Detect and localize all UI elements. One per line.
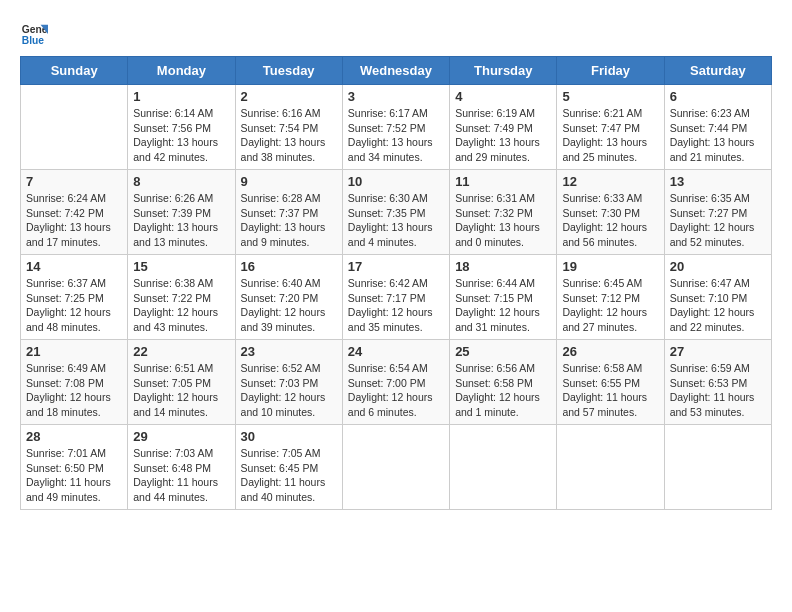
day-number: 30: [241, 429, 337, 444]
calendar-cell: 22Sunrise: 6:51 AMSunset: 7:05 PMDayligh…: [128, 340, 235, 425]
day-number: 21: [26, 344, 122, 359]
calendar-cell: 5Sunrise: 6:21 AMSunset: 7:47 PMDaylight…: [557, 85, 664, 170]
calendar-cell: [21, 85, 128, 170]
day-info: Sunrise: 6:38 AMSunset: 7:22 PMDaylight:…: [133, 276, 229, 335]
calendar-cell: 16Sunrise: 6:40 AMSunset: 7:20 PMDayligh…: [235, 255, 342, 340]
day-info: Sunrise: 6:56 AMSunset: 6:58 PMDaylight:…: [455, 361, 551, 420]
header-row: SundayMondayTuesdayWednesdayThursdayFrid…: [21, 57, 772, 85]
calendar-cell: 18Sunrise: 6:44 AMSunset: 7:15 PMDayligh…: [450, 255, 557, 340]
day-number: 17: [348, 259, 444, 274]
day-number: 28: [26, 429, 122, 444]
week-row-1: 1Sunrise: 6:14 AMSunset: 7:56 PMDaylight…: [21, 85, 772, 170]
calendar-cell: 10Sunrise: 6:30 AMSunset: 7:35 PMDayligh…: [342, 170, 449, 255]
day-info: Sunrise: 7:05 AMSunset: 6:45 PMDaylight:…: [241, 446, 337, 505]
day-info: Sunrise: 6:16 AMSunset: 7:54 PMDaylight:…: [241, 106, 337, 165]
week-row-2: 7Sunrise: 6:24 AMSunset: 7:42 PMDaylight…: [21, 170, 772, 255]
calendar-cell: 13Sunrise: 6:35 AMSunset: 7:27 PMDayligh…: [664, 170, 771, 255]
calendar-cell: 26Sunrise: 6:58 AMSunset: 6:55 PMDayligh…: [557, 340, 664, 425]
calendar-cell: 21Sunrise: 6:49 AMSunset: 7:08 PMDayligh…: [21, 340, 128, 425]
header-saturday: Saturday: [664, 57, 771, 85]
calendar-cell: 19Sunrise: 6:45 AMSunset: 7:12 PMDayligh…: [557, 255, 664, 340]
week-row-4: 21Sunrise: 6:49 AMSunset: 7:08 PMDayligh…: [21, 340, 772, 425]
day-info: Sunrise: 6:59 AMSunset: 6:53 PMDaylight:…: [670, 361, 766, 420]
day-info: Sunrise: 6:19 AMSunset: 7:49 PMDaylight:…: [455, 106, 551, 165]
day-info: Sunrise: 6:47 AMSunset: 7:10 PMDaylight:…: [670, 276, 766, 335]
calendar-cell: [450, 425, 557, 510]
day-number: 6: [670, 89, 766, 104]
day-info: Sunrise: 7:01 AMSunset: 6:50 PMDaylight:…: [26, 446, 122, 505]
calendar-cell: 15Sunrise: 6:38 AMSunset: 7:22 PMDayligh…: [128, 255, 235, 340]
day-info: Sunrise: 6:33 AMSunset: 7:30 PMDaylight:…: [562, 191, 658, 250]
day-number: 19: [562, 259, 658, 274]
day-number: 29: [133, 429, 229, 444]
day-info: Sunrise: 6:45 AMSunset: 7:12 PMDaylight:…: [562, 276, 658, 335]
day-number: 20: [670, 259, 766, 274]
day-info: Sunrise: 6:21 AMSunset: 7:47 PMDaylight:…: [562, 106, 658, 165]
calendar-header: SundayMondayTuesdayWednesdayThursdayFrid…: [21, 57, 772, 85]
calendar-cell: 28Sunrise: 7:01 AMSunset: 6:50 PMDayligh…: [21, 425, 128, 510]
day-info: Sunrise: 6:35 AMSunset: 7:27 PMDaylight:…: [670, 191, 766, 250]
day-number: 8: [133, 174, 229, 189]
day-number: 24: [348, 344, 444, 359]
header-monday: Monday: [128, 57, 235, 85]
day-info: Sunrise: 6:54 AMSunset: 7:00 PMDaylight:…: [348, 361, 444, 420]
day-info: Sunrise: 6:26 AMSunset: 7:39 PMDaylight:…: [133, 191, 229, 250]
day-info: Sunrise: 6:58 AMSunset: 6:55 PMDaylight:…: [562, 361, 658, 420]
calendar-cell: 1Sunrise: 6:14 AMSunset: 7:56 PMDaylight…: [128, 85, 235, 170]
day-info: Sunrise: 6:42 AMSunset: 7:17 PMDaylight:…: [348, 276, 444, 335]
day-number: 11: [455, 174, 551, 189]
calendar-cell: [342, 425, 449, 510]
day-info: Sunrise: 6:31 AMSunset: 7:32 PMDaylight:…: [455, 191, 551, 250]
calendar-body: 1Sunrise: 6:14 AMSunset: 7:56 PMDaylight…: [21, 85, 772, 510]
day-info: Sunrise: 6:14 AMSunset: 7:56 PMDaylight:…: [133, 106, 229, 165]
logo: General Blue: [20, 20, 52, 48]
day-info: Sunrise: 6:23 AMSunset: 7:44 PMDaylight:…: [670, 106, 766, 165]
day-info: Sunrise: 6:24 AMSunset: 7:42 PMDaylight:…: [26, 191, 122, 250]
calendar-cell: 7Sunrise: 6:24 AMSunset: 7:42 PMDaylight…: [21, 170, 128, 255]
day-info: Sunrise: 6:40 AMSunset: 7:20 PMDaylight:…: [241, 276, 337, 335]
header-friday: Friday: [557, 57, 664, 85]
day-number: 3: [348, 89, 444, 104]
day-info: Sunrise: 6:37 AMSunset: 7:25 PMDaylight:…: [26, 276, 122, 335]
calendar-cell: 9Sunrise: 6:28 AMSunset: 7:37 PMDaylight…: [235, 170, 342, 255]
day-info: Sunrise: 6:49 AMSunset: 7:08 PMDaylight:…: [26, 361, 122, 420]
day-number: 5: [562, 89, 658, 104]
calendar-cell: [664, 425, 771, 510]
day-number: 1: [133, 89, 229, 104]
header-wednesday: Wednesday: [342, 57, 449, 85]
calendar-cell: 27Sunrise: 6:59 AMSunset: 6:53 PMDayligh…: [664, 340, 771, 425]
logo-icon: General Blue: [20, 20, 48, 48]
day-info: Sunrise: 6:52 AMSunset: 7:03 PMDaylight:…: [241, 361, 337, 420]
day-number: 26: [562, 344, 658, 359]
day-number: 15: [133, 259, 229, 274]
day-info: Sunrise: 6:44 AMSunset: 7:15 PMDaylight:…: [455, 276, 551, 335]
header-thursday: Thursday: [450, 57, 557, 85]
day-info: Sunrise: 6:51 AMSunset: 7:05 PMDaylight:…: [133, 361, 229, 420]
day-number: 10: [348, 174, 444, 189]
calendar-cell: 25Sunrise: 6:56 AMSunset: 6:58 PMDayligh…: [450, 340, 557, 425]
day-number: 2: [241, 89, 337, 104]
day-number: 25: [455, 344, 551, 359]
calendar-cell: 3Sunrise: 6:17 AMSunset: 7:52 PMDaylight…: [342, 85, 449, 170]
week-row-5: 28Sunrise: 7:01 AMSunset: 6:50 PMDayligh…: [21, 425, 772, 510]
day-number: 23: [241, 344, 337, 359]
day-number: 4: [455, 89, 551, 104]
day-number: 22: [133, 344, 229, 359]
day-info: Sunrise: 6:28 AMSunset: 7:37 PMDaylight:…: [241, 191, 337, 250]
week-row-3: 14Sunrise: 6:37 AMSunset: 7:25 PMDayligh…: [21, 255, 772, 340]
calendar-cell: 8Sunrise: 6:26 AMSunset: 7:39 PMDaylight…: [128, 170, 235, 255]
calendar-cell: 2Sunrise: 6:16 AMSunset: 7:54 PMDaylight…: [235, 85, 342, 170]
calendar-cell: 6Sunrise: 6:23 AMSunset: 7:44 PMDaylight…: [664, 85, 771, 170]
calendar-cell: [557, 425, 664, 510]
calendar-cell: 20Sunrise: 6:47 AMSunset: 7:10 PMDayligh…: [664, 255, 771, 340]
calendar-cell: 30Sunrise: 7:05 AMSunset: 6:45 PMDayligh…: [235, 425, 342, 510]
day-info: Sunrise: 6:17 AMSunset: 7:52 PMDaylight:…: [348, 106, 444, 165]
day-number: 18: [455, 259, 551, 274]
day-number: 7: [26, 174, 122, 189]
calendar-cell: 17Sunrise: 6:42 AMSunset: 7:17 PMDayligh…: [342, 255, 449, 340]
header-sunday: Sunday: [21, 57, 128, 85]
calendar-cell: 4Sunrise: 6:19 AMSunset: 7:49 PMDaylight…: [450, 85, 557, 170]
calendar-cell: 24Sunrise: 6:54 AMSunset: 7:00 PMDayligh…: [342, 340, 449, 425]
calendar-cell: 14Sunrise: 6:37 AMSunset: 7:25 PMDayligh…: [21, 255, 128, 340]
day-number: 16: [241, 259, 337, 274]
